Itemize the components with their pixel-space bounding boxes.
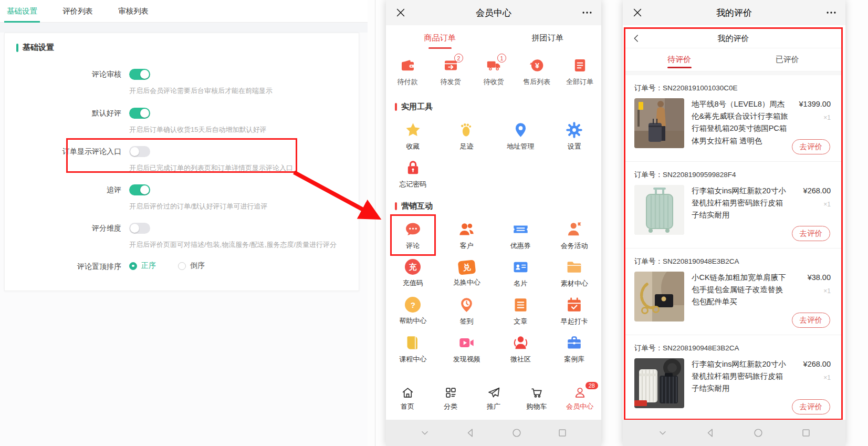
status-item-pending-payment[interactable]: 待付款: [386, 54, 429, 94]
menu-item-settings[interactable]: 设置: [548, 117, 602, 155]
chevron-down-icon[interactable]: [657, 427, 668, 439]
android-back-icon[interactable]: [465, 427, 476, 439]
chevron-down-icon[interactable]: [419, 427, 431, 439]
status-item-all-orders[interactable]: 全部订单: [558, 54, 601, 94]
menu-item-exchange-center[interactable]: 兑兑换中心: [440, 254, 494, 292]
menu-item-business-card[interactable]: 名片: [494, 254, 548, 292]
menu-item-footprints[interactable]: 足迹: [440, 117, 494, 155]
menu-item-label: 微社区: [510, 355, 531, 364]
android-home-icon[interactable]: [752, 427, 764, 439]
close-icon[interactable]: [632, 7, 643, 18]
status-item-pending-receipt[interactable]: 1 待收货: [472, 54, 515, 94]
menu-item-forgot-password[interactable]: 忘记密码: [386, 155, 440, 193]
product-price: ¥38.00: [790, 273, 831, 282]
video-icon: [458, 335, 475, 351]
tab-pending-review[interactable]: 待评价: [625, 48, 734, 71]
toggle-comment-audit[interactable]: [129, 69, 150, 80]
go-review-button[interactable]: 去评价: [792, 226, 831, 241]
menu-grid: 评论 客户 优惠券 会务活动 充充值码 兑兑换中心 名片 素材中心 ?帮助中心 …: [386, 213, 601, 368]
admin-background-strip: [0, 23, 368, 33]
menu-item-course-center[interactable]: 课程中心: [386, 330, 440, 368]
status-item-pending-shipment[interactable]: 2 待发货: [429, 54, 472, 94]
refund-icon: ¥: [529, 58, 545, 73]
order-status-row: 待付款 2 待发货 1 待收货 ¥ 售后列表 全部订单: [386, 54, 601, 94]
nav-member-center[interactable]: 28 会员中心: [558, 378, 601, 420]
menu-item-address-management[interactable]: 地址管理: [494, 117, 548, 155]
order-number: 订单号：SN2208191001030C0E: [634, 84, 831, 93]
tab-product-orders[interactable]: 商品订单: [386, 25, 494, 50]
menu-item-label: 兑换中心: [453, 278, 480, 287]
menu-item-discover-videos[interactable]: 发现视频: [440, 330, 494, 368]
tab-review-list[interactable]: 评价列表: [60, 0, 96, 22]
product-price: ¥268.00: [790, 360, 831, 368]
nav-promote[interactable]: 推广: [472, 378, 515, 420]
nav-cart[interactable]: 购物车: [515, 378, 558, 420]
toggle-follow-up-review[interactable]: [129, 184, 150, 195]
nav-count-badge: 28: [585, 382, 598, 389]
section-title-bar: [16, 44, 18, 52]
order-number-value: SN2208191001030C0E: [663, 84, 738, 92]
radio-icon[interactable]: [178, 262, 186, 270]
go-review-button[interactable]: 去评价: [792, 399, 831, 414]
toggle-rating-dimension[interactable]: [129, 223, 150, 234]
order-number: 订单号：SN22081909599828F4: [634, 170, 831, 180]
toggle-default-good-review[interactable]: [129, 108, 150, 119]
android-recents-icon[interactable]: [557, 427, 568, 439]
menu-item-coupons[interactable]: 优惠券: [494, 216, 548, 254]
menu-item-recharge-code[interactable]: 充充值码: [386, 254, 440, 292]
radio-option[interactable]: 倒序: [178, 261, 205, 271]
toggle-knob: [130, 147, 139, 156]
my-reviews-title: 我的评价: [623, 7, 845, 19]
setting-label: 默认好评: [16, 109, 121, 118]
back-icon[interactable]: [632, 34, 641, 43]
more-menu-icon[interactable]: [825, 7, 838, 18]
menu-item-material-center[interactable]: 素材中心: [548, 254, 602, 292]
menu-item-customers[interactable]: 客户: [440, 216, 494, 254]
status-item-after-sales-list[interactable]: ¥ 售后列表: [515, 54, 558, 94]
more-menu-icon[interactable]: [581, 7, 593, 18]
tab-reviewed[interactable]: 已评价: [734, 48, 842, 71]
menu-item-articles[interactable]: 文章: [494, 292, 548, 330]
status-label: 全部订单: [566, 77, 593, 87]
tab-basic-settings[interactable]: 基础设置: [4, 0, 40, 22]
menu-item-micro-community[interactable]: 微社区: [494, 330, 548, 368]
go-review-button[interactable]: 去评价: [792, 139, 831, 154]
exchange-icon: 兑: [457, 260, 476, 275]
section-title: 基础设置: [16, 43, 54, 53]
tab-group-orders[interactable]: 拼团订单: [494, 25, 601, 50]
close-icon[interactable]: [395, 7, 406, 18]
go-review-button[interactable]: 去评价: [792, 313, 831, 328]
my-reviews-subheader: 我的评价: [625, 29, 841, 48]
toggle-order-review-entry[interactable]: [129, 146, 150, 157]
my-reviews-panel: 我的评价 我的评价 待评价已评价 订单号：SN2208191001030C0E …: [623, 0, 845, 446]
highlight-frame: 我的评价 待评价已评价 订单号：SN2208191001030C0E 地平线8号…: [624, 27, 843, 420]
order-card-4: 订单号：SN2208190948E3B2CA 行李箱女ins网红新款20寸小登机…: [625, 335, 841, 420]
nav-category[interactable]: 分类: [429, 378, 472, 420]
android-back-icon[interactable]: [705, 427, 716, 439]
tab-audit-list[interactable]: 审核列表: [116, 0, 151, 22]
menu-item-favorites[interactable]: 收藏: [386, 117, 440, 155]
android-home-icon[interactable]: [511, 427, 522, 439]
product-image: [634, 358, 684, 408]
menu-item-sign-in[interactable]: 签到: [440, 292, 494, 330]
setting-row-default-good-review: 默认好评开启后订单确认收货15天后自动增加默认好评: [5, 108, 359, 144]
nav-label: 会员中心: [566, 402, 593, 411]
radio-icon[interactable]: [129, 262, 137, 270]
android-recents-icon[interactable]: [800, 427, 812, 439]
footprint-icon: [458, 122, 475, 138]
my-reviews-page-title: 我的评价: [718, 34, 749, 44]
menu-item-morning-check-in[interactable]: 早起打卡: [548, 292, 602, 330]
community-icon: [513, 335, 529, 351]
menu-item-comments[interactable]: 评论: [386, 216, 440, 254]
menu-item-case-library[interactable]: 案例库: [548, 330, 602, 368]
count-badge: 2: [454, 54, 463, 63]
section-title-text: 基础设置: [23, 43, 54, 53]
radio-option[interactable]: 正序: [129, 261, 156, 271]
case-icon: [566, 335, 582, 351]
nav-home[interactable]: 首页: [386, 378, 429, 420]
home-icon: [401, 386, 414, 399]
menu-item-help-center[interactable]: ?帮助中心: [386, 292, 440, 330]
admin-tab-bar: 基础设置评价列表审核列表: [0, 0, 368, 23]
member-center-sections: 实用工具 收藏 足迹 地址管理 设置 忘记密码 营销互动 评论 客户 优惠券 会…: [386, 102, 601, 368]
menu-item-events[interactable]: 会务活动: [548, 216, 602, 254]
